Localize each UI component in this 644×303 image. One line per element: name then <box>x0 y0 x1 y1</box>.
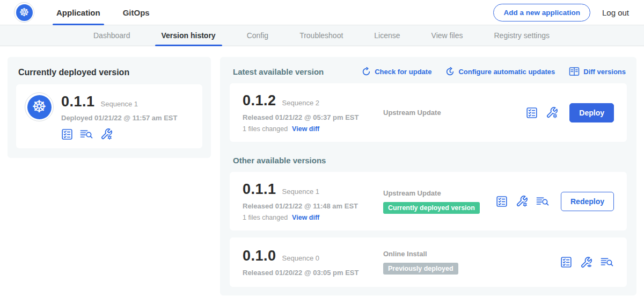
tab-gitops[interactable]: GitOps <box>116 0 157 25</box>
add-application-button[interactable]: Add a new application <box>493 4 590 21</box>
latest-version-title: Latest available version <box>233 67 324 76</box>
config-icon[interactable] <box>546 106 558 119</box>
diff-icon <box>569 67 580 76</box>
deployed-timestamp: Deployed 01/21/22 @ 11:57 am EST <box>61 114 177 122</box>
app-icon: ☸ <box>25 92 54 121</box>
deployed-version-number: 0.1.1 <box>61 93 95 110</box>
version-number: 0.1.1 <box>243 181 276 198</box>
schedule-icon <box>445 67 455 76</box>
view-diff-link[interactable]: View diff <box>292 214 319 221</box>
release-notes-icon[interactable] <box>526 107 538 119</box>
header-tabs: Application GitOps <box>49 0 157 25</box>
subnav-tab-version-history[interactable]: Version history <box>154 25 223 46</box>
configure-automatic-updates-link[interactable]: Configure automatic updates <box>445 67 555 76</box>
sequence-label: Sequence 2 <box>282 99 319 107</box>
redeploy-button[interactable]: Redeploy <box>561 192 614 211</box>
refresh-icon <box>362 67 371 76</box>
released-timestamp: Released 01/21/22 @ 05:37 pm EST <box>243 113 383 121</box>
sequence-label: Sequence 0 <box>282 254 319 262</box>
config-icon[interactable] <box>100 128 113 140</box>
top-header: ☸ Application GitOps Add a new applicati… <box>0 0 644 25</box>
source-label: Upstream Update <box>383 189 441 197</box>
logout-button[interactable]: Log out <box>602 8 629 17</box>
release-notes-icon[interactable] <box>496 196 508 207</box>
version-info: 0.1.2 Sequence 2 Released 01/21/22 @ 05:… <box>243 92 383 133</box>
deploy-button[interactable]: Deploy <box>569 103 614 122</box>
version-number: 0.1.2 <box>243 92 276 109</box>
version-number: 0.1.0 <box>243 248 276 264</box>
version-row-0-1-2: 0.1.2 Sequence 2 Released 01/21/22 @ 05:… <box>230 83 627 142</box>
release-notes-icon[interactable] <box>61 128 73 140</box>
latest-version-header: Latest available version Check for updat… <box>230 64 627 76</box>
subnav-tab-view-files[interactable]: View files <box>424 25 471 46</box>
released-timestamp: Released 01/20/22 @ 03:05 pm EST <box>243 269 383 277</box>
version-info: 0.1.0 Sequence 0 Released 01/20/22 @ 03:… <box>243 248 383 277</box>
version-source: Upstream Update <box>383 109 526 117</box>
check-for-update-link[interactable]: Check for update <box>362 67 431 76</box>
kubernetes-icon: ☸ <box>16 4 33 21</box>
version-actions: Deploy <box>526 103 614 122</box>
source-label: Online Install <box>383 250 427 258</box>
version-actions: Redeploy <box>496 192 614 211</box>
subnav-tab-registry-settings[interactable]: Registry settings <box>486 25 557 46</box>
logs-icon[interactable] <box>536 196 550 207</box>
app-logo[interactable]: ☸ <box>14 2 34 23</box>
files-changed-label: 1 files changed <box>243 214 288 221</box>
version-history-panel: Latest available version Check for updat… <box>220 57 636 295</box>
subnav-tab-config[interactable]: Config <box>239 25 276 46</box>
diff-versions-link[interactable]: Diff versions <box>569 67 626 76</box>
version-row-0-1-0: 0.1.0 Sequence 0 Released 01/20/22 @ 03:… <box>230 237 627 287</box>
version-source: Upstream Update Currently deployed versi… <box>383 189 496 214</box>
files-changed-label: 1 files changed <box>243 125 288 133</box>
logs-icon[interactable] <box>601 257 614 268</box>
subnav-tab-troubleshoot[interactable]: Troubleshoot <box>292 25 350 46</box>
released-timestamp: Released 01/21/22 @ 11:48 am EST <box>243 202 383 210</box>
deployed-version-card: ☸ 0.1.1 Sequence 1 Deployed 01/21/22 @ 1… <box>16 84 202 148</box>
deployed-sequence-label: Sequence 1 <box>101 100 138 108</box>
source-label: Upstream Update <box>383 109 441 117</box>
tab-application[interactable]: Application <box>49 0 107 25</box>
version-info: 0.1.1 Sequence 1 Released 01/21/22 @ 11:… <box>243 181 383 221</box>
header-right: Add a new application Log out <box>493 4 629 21</box>
view-diff-link[interactable]: View diff <box>292 125 319 133</box>
configure-automatic-updates-label: Configure automatic updates <box>458 68 555 76</box>
app-subnav: Dashboard Version history Config Trouble… <box>0 25 644 46</box>
currently-deployed-panel: Currently deployed version ☸ 0.1.1 Seque… <box>8 57 211 158</box>
sequence-label: Sequence 1 <box>282 187 319 196</box>
main-content: Currently deployed version ☸ 0.1.1 Seque… <box>0 46 644 295</box>
config-icon[interactable] <box>516 195 528 207</box>
diff-versions-label: Diff versions <box>583 68 626 76</box>
version-actions <box>560 256 614 269</box>
currently-deployed-badge: Currently deployed version <box>383 202 480 214</box>
panel-actions: Check for update Configure automatic upd… <box>362 67 626 76</box>
version-row-0-1-1: 0.1.1 Sequence 1 Released 01/21/22 @ 11:… <box>230 172 627 230</box>
kubernetes-icon: ☸ <box>27 95 52 119</box>
other-versions-title: Other available versions <box>233 156 627 165</box>
subnav-tab-license[interactable]: License <box>367 25 407 46</box>
check-for-update-label: Check for update <box>375 68 431 76</box>
deployed-version-info: 0.1.1 Sequence 1 Deployed 01/21/22 @ 11:… <box>61 92 177 140</box>
previously-deployed-badge: Previously deployed <box>383 263 458 275</box>
config-view-icon[interactable] <box>580 256 592 269</box>
currently-deployed-title: Currently deployed version <box>16 66 202 77</box>
logs-icon[interactable] <box>80 129 93 140</box>
release-notes-icon[interactable] <box>560 256 572 268</box>
subnav-tab-dashboard[interactable]: Dashboard <box>86 25 138 46</box>
version-source: Online Install Previously deployed <box>383 250 560 275</box>
